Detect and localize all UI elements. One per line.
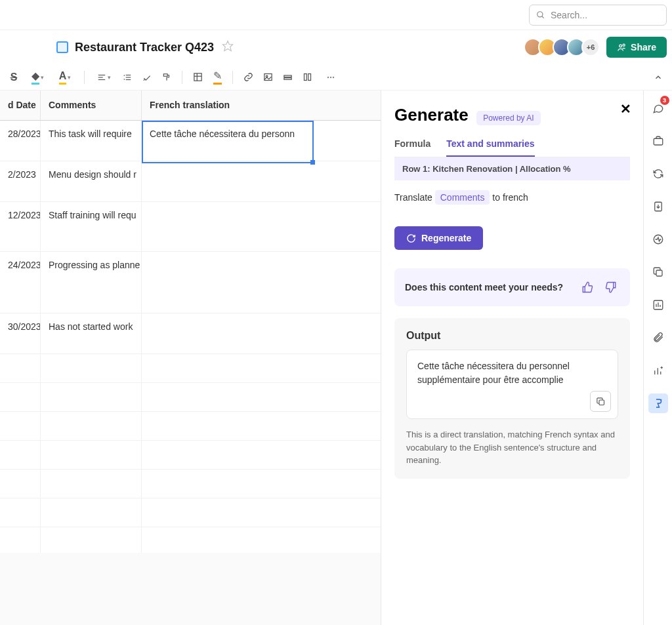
table-row[interactable]: 2/2023 Menu design should r: [0, 161, 381, 202]
column-header-date[interactable]: d Date: [0, 91, 41, 120]
svg-rect-18: [284, 78, 291, 80]
collapse-panel-icon[interactable]: [650, 69, 667, 86]
svg-point-23: [333, 76, 334, 77]
svg-point-16: [266, 75, 268, 77]
comments-icon[interactable]: 3: [648, 98, 668, 118]
regenerate-button[interactable]: Regenerate: [394, 226, 483, 250]
svg-marker-2: [223, 41, 233, 51]
link-icon[interactable]: [240, 69, 257, 86]
svg-point-22: [330, 76, 331, 77]
cell-date[interactable]: 28/2023: [0, 121, 41, 161]
ai-chart-icon[interactable]: [648, 361, 668, 380]
table-row[interactable]: 30/2023 Has not started work: [0, 313, 381, 354]
briefcase-icon[interactable]: [648, 131, 668, 151]
copy-button[interactable]: [590, 391, 611, 412]
svg-point-27: [654, 235, 663, 244]
cell-date[interactable]: 24/2023: [0, 252, 41, 313]
svg-line-1: [542, 16, 544, 18]
table-row[interactable]: [0, 527, 381, 556]
activity-icon[interactable]: [648, 230, 668, 249]
cell-french[interactable]: [142, 161, 314, 201]
table-row[interactable]: 28/2023 This task will require Cette tâc…: [0, 121, 381, 161]
tab-text-summaries[interactable]: Text and summaries: [446, 138, 534, 157]
panel-title: Generate: [394, 105, 469, 125]
table-row[interactable]: [0, 498, 381, 527]
page-title: Restaurant Tracker Q423: [75, 41, 214, 54]
cell-comments[interactable]: Staff training will requ: [41, 202, 142, 251]
line-height-icon[interactable]: [119, 69, 136, 86]
insert-row-icon[interactable]: [279, 69, 296, 86]
tab-formula[interactable]: Formula: [394, 138, 430, 157]
align-icon[interactable]: ▾: [91, 69, 116, 86]
spreadsheet-grid[interactable]: d Date Comments French translation 28/20…: [0, 91, 381, 625]
feedback-question: Does this content meet your needs?: [405, 282, 563, 292]
svg-rect-19: [304, 74, 306, 81]
ai-badge: Powered by AI: [476, 111, 540, 125]
svg-rect-24: [599, 400, 604, 405]
cell-comments[interactable]: Progressing as planne: [41, 252, 142, 313]
svg-point-0: [537, 11, 543, 16]
cell-date[interactable]: 30/2023: [0, 313, 41, 353]
cell-comments[interactable]: Has not started work: [41, 313, 142, 353]
share-button[interactable]: Share: [606, 37, 667, 58]
avatar-more[interactable]: +6: [581, 38, 600, 56]
document-icon: [56, 41, 68, 53]
output-title: Output: [406, 330, 618, 342]
thumbs-up-icon[interactable]: [579, 279, 596, 296]
attachment-icon[interactable]: [648, 328, 668, 348]
collaborator-avatars[interactable]: +6: [528, 38, 600, 56]
cell-french[interactable]: [142, 313, 314, 353]
feedback-box: Does this content meet your needs?: [394, 268, 630, 306]
svg-rect-11: [163, 73, 167, 76]
table-icon[interactable]: [189, 69, 206, 86]
svg-rect-17: [284, 75, 291, 77]
cell-french[interactable]: [142, 252, 314, 313]
table-row[interactable]: [0, 470, 381, 498]
formula-ai-icon[interactable]: [648, 393, 668, 413]
svg-rect-20: [308, 74, 310, 81]
table-row[interactable]: [0, 383, 381, 412]
svg-point-21: [327, 76, 329, 77]
notification-badge: 3: [660, 96, 669, 105]
more-icon[interactable]: [322, 69, 339, 86]
cell-french[interactable]: [142, 202, 314, 251]
cell-french[interactable]: Cette tâche nécessitera du personn: [142, 121, 314, 161]
table-row[interactable]: [0, 412, 381, 441]
copy-icon[interactable]: [648, 262, 668, 282]
strikethrough-icon[interactable]: S: [5, 69, 22, 86]
fill-color-icon[interactable]: ◆▾: [25, 69, 50, 86]
prompt-line: Translate Comments to french: [394, 192, 630, 203]
output-note: This is a direct translation, matching F…: [406, 428, 618, 467]
generate-panel: ✕ Generate Powered by AI Formula Text an…: [381, 91, 643, 625]
close-icon[interactable]: ✕: [620, 101, 631, 117]
download-icon[interactable]: [648, 197, 668, 216]
grid-footer-area: [0, 553, 381, 625]
image-icon[interactable]: [259, 69, 276, 86]
clear-format-icon[interactable]: [138, 69, 156, 86]
cell-date[interactable]: 12/2023: [0, 202, 41, 251]
text-color-icon[interactable]: A▾: [52, 69, 77, 86]
svg-rect-25: [654, 138, 663, 145]
refresh-icon[interactable]: [648, 164, 668, 184]
cell-comments[interactable]: Menu design should r: [41, 161, 142, 201]
table-row[interactable]: [0, 441, 381, 470]
context-row: Row 1: Kitchen Renovation | Allocation %: [394, 157, 630, 180]
output-box: Output Cette tâche nécessitera du person…: [394, 318, 630, 479]
svg-point-3: [620, 45, 622, 47]
columns-icon[interactable]: [299, 69, 316, 86]
favorite-star-icon[interactable]: [222, 40, 234, 54]
format-painter-icon[interactable]: [158, 69, 175, 86]
table-row[interactable]: [0, 354, 381, 383]
column-chip[interactable]: Comments: [435, 190, 490, 205]
cell-date[interactable]: 2/2023: [0, 161, 41, 201]
thumbs-down-icon[interactable]: [602, 279, 620, 296]
table-row[interactable]: 12/2023 Staff training will requ: [0, 202, 381, 252]
chart-icon[interactable]: [648, 295, 668, 315]
table-row[interactable]: 24/2023 Progressing as planne: [0, 252, 381, 313]
svg-rect-12: [194, 73, 201, 81]
column-header-comments[interactable]: Comments: [41, 91, 142, 120]
cell-comments[interactable]: This task will require: [41, 121, 142, 161]
search-input[interactable]: Search...: [529, 5, 667, 26]
column-header-french[interactable]: French translation: [142, 91, 314, 120]
highlight-icon[interactable]: ✎: [209, 69, 226, 86]
